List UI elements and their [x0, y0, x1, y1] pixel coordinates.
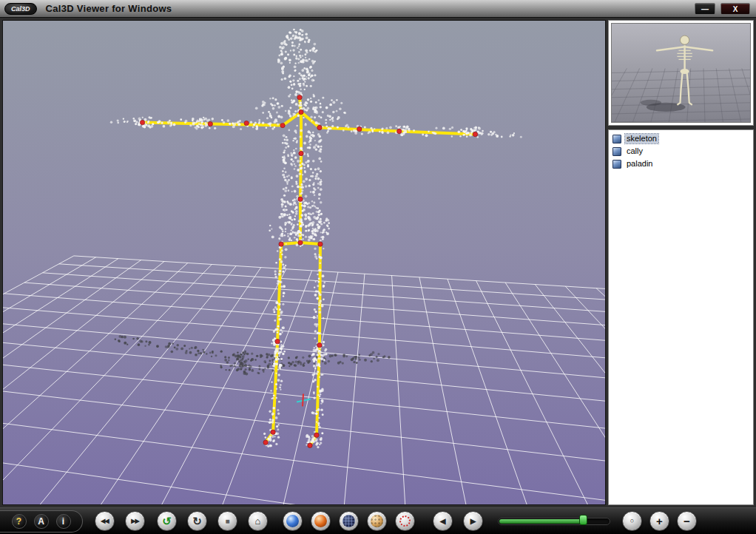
app-window: Cal3D Cal3D Viewer for Windows — X skele… [0, 0, 756, 534]
about-button[interactable]: A [34, 514, 49, 529]
reset-view-icon: ○ [630, 518, 634, 524]
sphere-shaded-icon [286, 515, 299, 527]
stop-button[interactable]: ■ [217, 511, 237, 531]
toolbar-group-animation: ◀▶ [433, 511, 483, 531]
slider-track[interactable] [498, 518, 610, 525]
play-button[interactable]: ▶ [463, 511, 483, 531]
model-3d-icon [612, 160, 621, 169]
main-content: skeletoncallypaladin [0, 18, 756, 507]
rotate-cw-icon: ↻ [192, 516, 202, 527]
sphere-wireframe-icon [342, 515, 355, 527]
sphere-textured-icon [314, 515, 327, 527]
minimize-button[interactable]: — [695, 3, 715, 15]
fast-forward-button[interactable]: ▶▶ [125, 511, 145, 531]
sphere-skin-icon [371, 515, 383, 527]
model-list-item-cally[interactable]: cally [609, 145, 753, 158]
rotate-ccw-button[interactable]: ↺ [157, 511, 177, 531]
textured-view-button[interactable] [311, 511, 331, 531]
speed-slider[interactable] [498, 516, 610, 527]
reset-view-button[interactable]: ○ [622, 511, 642, 531]
model-label: paladin [625, 159, 654, 169]
previous-button[interactable]: ◀ [433, 511, 453, 531]
model-list[interactable]: skeletoncallypaladin [608, 129, 754, 505]
sidebar: skeletoncallypaladin [608, 20, 754, 505]
toolbar-groups: ◀◀▶▶↺↻■⌂◀▶ [83, 511, 483, 531]
sphere-points-icon [399, 516, 411, 527]
play-icon: ▶ [470, 518, 476, 525]
home-button[interactable]: ⌂ [248, 511, 268, 531]
wireframe-view-button[interactable] [339, 511, 359, 531]
previous-icon: ◀ [440, 518, 446, 525]
3d-viewport[interactable] [2, 20, 606, 505]
stop-icon: ■ [225, 518, 229, 525]
slider-handle[interactable] [579, 515, 587, 525]
title-bar: Cal3D Cal3D Viewer for Windows — X [0, 0, 756, 18]
close-button[interactable]: X [720, 3, 750, 15]
slider-fill [499, 519, 584, 524]
model-3d-icon [612, 147, 621, 156]
help-pill: ?Ai [0, 510, 83, 533]
zoom-out-button[interactable]: − [677, 511, 697, 531]
toolbar-group-rotation: ↺↻■⌂ [157, 511, 268, 531]
rewind-icon: ◀◀ [101, 518, 108, 524]
model-list-item-skeleton[interactable]: skeleton [609, 132, 753, 145]
model-preview-render [612, 24, 750, 122]
bottom-toolbar: ?Ai ◀◀▶▶↺↻■⌂◀▶ ○+− [0, 507, 756, 534]
home-icon: ⌂ [255, 516, 261, 526]
model-3d-icon [612, 135, 621, 143]
model-list-item-paladin[interactable]: paladin [609, 158, 753, 170]
points-view-button[interactable] [395, 511, 415, 531]
model-preview-panel [608, 20, 754, 126]
zoom-in-icon: + [656, 516, 663, 527]
info-button[interactable]: i [56, 514, 71, 529]
skin-view-button[interactable] [367, 511, 387, 531]
window-controls: — X [695, 3, 750, 15]
zoom-group: ○+− [622, 511, 697, 531]
toolbar-group-playback: ◀◀▶▶ [95, 511, 145, 531]
zoom-in-button[interactable]: + [649, 511, 669, 531]
cal3d-logo: Cal3D [4, 3, 37, 15]
toolbar-group-render-mode [283, 511, 415, 531]
rotate-cw-button[interactable]: ↻ [187, 511, 207, 531]
window-title: Cal3D Viewer for Windows [46, 3, 172, 14]
help-button[interactable]: ? [12, 514, 27, 529]
model-preview [611, 23, 751, 123]
zoom-out-icon: − [684, 516, 690, 527]
fast-forward-icon: ▶▶ [131, 518, 138, 524]
scene-render [3, 21, 605, 504]
rewind-button[interactable]: ◀◀ [95, 511, 115, 531]
model-label: skeleton [625, 134, 658, 143]
shaded-view-button[interactable] [283, 511, 303, 531]
rotate-ccw-icon: ↺ [162, 516, 172, 527]
model-label: cally [625, 146, 644, 156]
